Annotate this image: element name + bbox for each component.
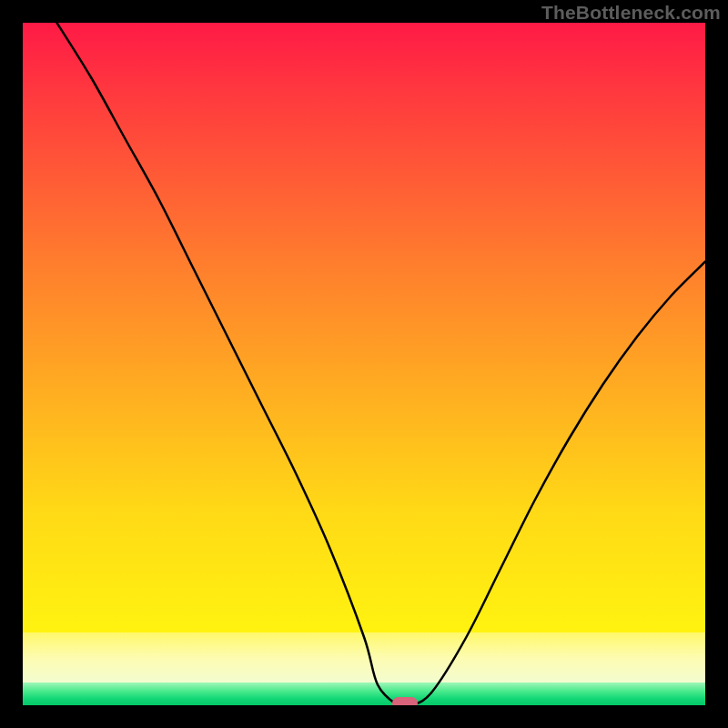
watermark-text: TheBottleneck.com: [541, 2, 721, 24]
bottleneck-curve-path: [57, 23, 706, 705]
chart-frame: TheBottleneck.com: [0, 0, 728, 728]
optimum-marker: [392, 697, 418, 706]
plot-area: [23, 23, 705, 705]
bottleneck-curve: [23, 23, 705, 705]
